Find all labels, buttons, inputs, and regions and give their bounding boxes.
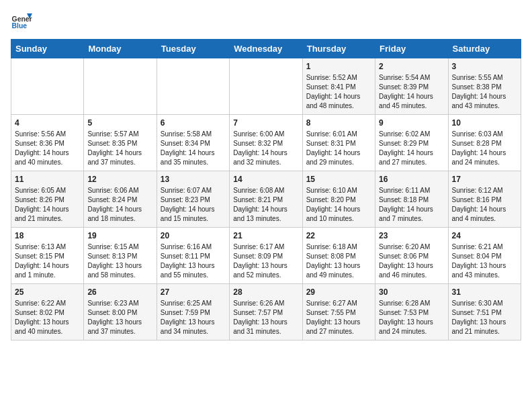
col-header-wednesday: Wednesday xyxy=(230,40,302,58)
day-info: Sunrise: 6:26 AM Sunset: 7:57 PM Dayligh… xyxy=(233,299,298,336)
day-info: Sunrise: 6:17 AM Sunset: 8:09 PM Dayligh… xyxy=(233,242,298,280)
calendar-cell: 12Sunrise: 6:06 AM Sunset: 8:24 PM Dayli… xyxy=(84,171,157,228)
calendar-cell: 28Sunrise: 6:26 AM Sunset: 7:57 PM Dayli… xyxy=(230,284,302,340)
day-info: Sunrise: 6:01 AM Sunset: 8:31 PM Dayligh… xyxy=(306,130,371,167)
day-number: 16 xyxy=(379,175,444,184)
day-number: 3 xyxy=(452,62,517,71)
calendar-cell xyxy=(11,58,84,115)
calendar-week-2: 4Sunrise: 5:56 AM Sunset: 8:36 PM Daylig… xyxy=(11,115,521,171)
calendar-cell: 4Sunrise: 5:56 AM Sunset: 8:36 PM Daylig… xyxy=(11,115,84,171)
day-number: 24 xyxy=(452,231,517,240)
day-info: Sunrise: 6:03 AM Sunset: 8:28 PM Dayligh… xyxy=(452,130,517,167)
day-number: 11 xyxy=(15,175,80,184)
page-header: General Blue xyxy=(11,11,521,32)
day-info: Sunrise: 6:28 AM Sunset: 7:53 PM Dayligh… xyxy=(379,299,444,336)
day-number: 13 xyxy=(161,175,226,184)
day-info: Sunrise: 6:05 AM Sunset: 8:26 PM Dayligh… xyxy=(15,186,80,224)
day-info: Sunrise: 6:22 AM Sunset: 8:02 PM Dayligh… xyxy=(15,299,80,336)
day-number: 15 xyxy=(306,175,371,184)
day-info: Sunrise: 5:52 AM Sunset: 8:41 PM Dayligh… xyxy=(306,73,371,111)
calendar-cell: 20Sunrise: 6:16 AM Sunset: 8:11 PM Dayli… xyxy=(157,228,229,284)
calendar-week-1: 1Sunrise: 5:52 AM Sunset: 8:41 PM Daylig… xyxy=(11,58,521,115)
day-number: 25 xyxy=(15,287,80,297)
day-info: Sunrise: 6:18 AM Sunset: 8:08 PM Dayligh… xyxy=(306,242,371,280)
calendar-cell: 25Sunrise: 6:22 AM Sunset: 8:02 PM Dayli… xyxy=(11,284,84,340)
calendar-cell: 19Sunrise: 6:15 AM Sunset: 8:13 PM Dayli… xyxy=(84,228,157,284)
calendar-cell: 10Sunrise: 6:03 AM Sunset: 8:28 PM Dayli… xyxy=(448,115,521,171)
day-info: Sunrise: 6:15 AM Sunset: 8:13 PM Dayligh… xyxy=(87,242,152,280)
day-number: 31 xyxy=(452,287,517,297)
day-number: 21 xyxy=(233,231,298,240)
day-info: Sunrise: 6:07 AM Sunset: 8:23 PM Dayligh… xyxy=(161,186,226,224)
day-number: 27 xyxy=(161,287,226,297)
day-number: 23 xyxy=(379,231,444,240)
day-info: Sunrise: 5:54 AM Sunset: 8:39 PM Dayligh… xyxy=(379,73,444,111)
day-info: Sunrise: 5:56 AM Sunset: 8:36 PM Dayligh… xyxy=(15,130,80,167)
calendar-cell: 18Sunrise: 6:13 AM Sunset: 8:15 PM Dayli… xyxy=(11,228,84,284)
calendar-cell: 31Sunrise: 6:30 AM Sunset: 7:51 PM Dayli… xyxy=(448,284,521,340)
col-header-friday: Friday xyxy=(375,40,448,58)
calendar-cell xyxy=(157,58,229,115)
calendar-header: SundayMondayTuesdayWednesdayThursdayFrid… xyxy=(11,40,521,58)
day-info: Sunrise: 5:57 AM Sunset: 8:35 PM Dayligh… xyxy=(87,130,152,167)
day-number: 14 xyxy=(233,175,298,184)
calendar-cell: 15Sunrise: 6:10 AM Sunset: 8:20 PM Dayli… xyxy=(302,171,375,228)
calendar-cell: 29Sunrise: 6:27 AM Sunset: 7:55 PM Dayli… xyxy=(302,284,375,340)
day-number: 1 xyxy=(306,62,371,71)
logo-icon: General Blue xyxy=(11,11,32,32)
day-number: 29 xyxy=(306,287,371,297)
calendar-week-5: 25Sunrise: 6:22 AM Sunset: 8:02 PM Dayli… xyxy=(11,284,521,340)
col-header-tuesday: Tuesday xyxy=(157,40,229,58)
day-info: Sunrise: 6:20 AM Sunset: 8:06 PM Dayligh… xyxy=(379,242,444,280)
day-info: Sunrise: 6:25 AM Sunset: 7:59 PM Dayligh… xyxy=(161,299,226,336)
calendar-cell: 23Sunrise: 6:20 AM Sunset: 8:06 PM Dayli… xyxy=(375,228,448,284)
day-number: 28 xyxy=(233,287,298,297)
day-number: 5 xyxy=(87,118,152,128)
day-number: 2 xyxy=(379,62,444,71)
day-info: Sunrise: 6:13 AM Sunset: 8:15 PM Dayligh… xyxy=(15,242,80,280)
day-info: Sunrise: 5:58 AM Sunset: 8:34 PM Dayligh… xyxy=(161,130,226,167)
calendar-cell: 2Sunrise: 5:54 AM Sunset: 8:39 PM Daylig… xyxy=(375,58,448,115)
day-info: Sunrise: 6:30 AM Sunset: 7:51 PM Dayligh… xyxy=(452,299,517,336)
day-number: 10 xyxy=(452,118,517,128)
day-number: 8 xyxy=(306,118,371,128)
col-header-thursday: Thursday xyxy=(302,40,375,58)
calendar-cell: 26Sunrise: 6:23 AM Sunset: 8:00 PM Dayli… xyxy=(84,284,157,340)
day-info: Sunrise: 6:00 AM Sunset: 8:32 PM Dayligh… xyxy=(233,130,298,167)
day-number: 9 xyxy=(379,118,444,128)
day-info: Sunrise: 6:12 AM Sunset: 8:16 PM Dayligh… xyxy=(452,186,517,224)
day-number: 22 xyxy=(306,231,371,240)
calendar-cell: 21Sunrise: 6:17 AM Sunset: 8:09 PM Dayli… xyxy=(230,228,302,284)
col-header-monday: Monday xyxy=(84,40,157,58)
day-info: Sunrise: 6:11 AM Sunset: 8:18 PM Dayligh… xyxy=(379,186,444,224)
calendar-cell: 6Sunrise: 5:58 AM Sunset: 8:34 PM Daylig… xyxy=(157,115,229,171)
calendar-week-3: 11Sunrise: 6:05 AM Sunset: 8:26 PM Dayli… xyxy=(11,171,521,228)
col-header-sunday: Sunday xyxy=(11,40,84,58)
day-info: Sunrise: 6:02 AM Sunset: 8:29 PM Dayligh… xyxy=(379,130,444,167)
day-info: Sunrise: 6:16 AM Sunset: 8:11 PM Dayligh… xyxy=(161,242,226,280)
day-number: 7 xyxy=(233,118,298,128)
svg-text:Blue: Blue xyxy=(12,22,28,30)
calendar-cell: 13Sunrise: 6:07 AM Sunset: 8:23 PM Dayli… xyxy=(157,171,229,228)
day-number: 12 xyxy=(87,175,152,184)
calendar-cell: 27Sunrise: 6:25 AM Sunset: 7:59 PM Dayli… xyxy=(157,284,229,340)
day-info: Sunrise: 6:06 AM Sunset: 8:24 PM Dayligh… xyxy=(87,186,152,224)
day-number: 19 xyxy=(87,231,152,240)
day-number: 6 xyxy=(161,118,226,128)
day-number: 4 xyxy=(15,118,80,128)
calendar-table: SundayMondayTuesdayWednesdayThursdayFrid… xyxy=(11,39,521,340)
calendar-cell: 14Sunrise: 6:08 AM Sunset: 8:21 PM Dayli… xyxy=(230,171,302,228)
day-info: Sunrise: 6:27 AM Sunset: 7:55 PM Dayligh… xyxy=(306,299,371,336)
logo: General Blue xyxy=(11,11,32,32)
calendar-cell xyxy=(84,58,157,115)
col-header-saturday: Saturday xyxy=(448,40,521,58)
day-info: Sunrise: 6:10 AM Sunset: 8:20 PM Dayligh… xyxy=(306,186,371,224)
day-info: Sunrise: 5:55 AM Sunset: 8:38 PM Dayligh… xyxy=(452,73,517,111)
day-info: Sunrise: 6:08 AM Sunset: 8:21 PM Dayligh… xyxy=(233,186,298,224)
day-number: 17 xyxy=(452,175,517,184)
calendar-cell xyxy=(230,58,302,115)
calendar-cell: 17Sunrise: 6:12 AM Sunset: 8:16 PM Dayli… xyxy=(448,171,521,228)
calendar-cell: 3Sunrise: 5:55 AM Sunset: 8:38 PM Daylig… xyxy=(448,58,521,115)
day-number: 18 xyxy=(15,231,80,240)
calendar-cell: 5Sunrise: 5:57 AM Sunset: 8:35 PM Daylig… xyxy=(84,115,157,171)
